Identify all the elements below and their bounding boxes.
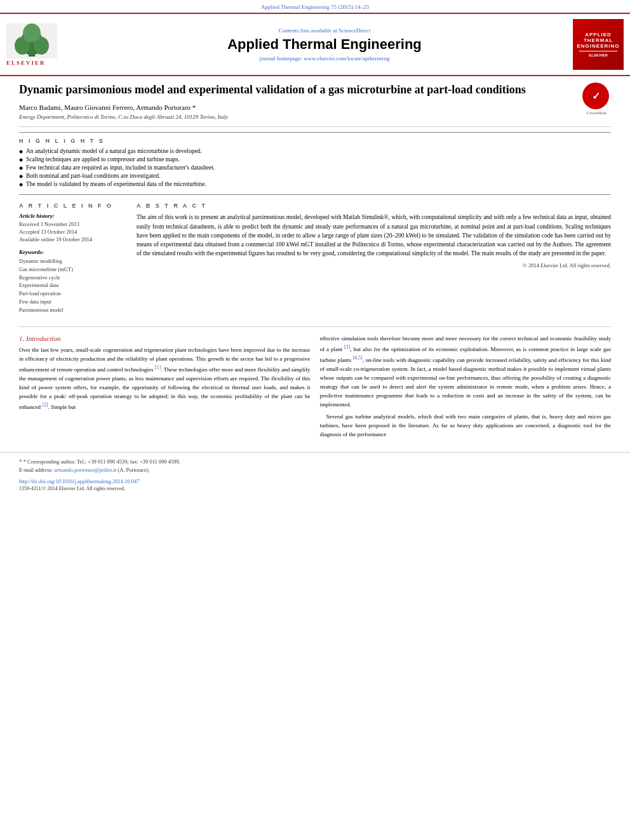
sciencedirect-link[interactable]: Contents lists available at ScienceDirec… (83, 27, 566, 34)
footer-tel-text: * Corresponding author. Tel.: +39 011 09… (23, 458, 180, 465)
article-info-col: A R T I C L E I N F O Article history: R… (19, 203, 127, 319)
body-two-col: 1. Introduction Over the last few years,… (19, 335, 611, 442)
svg-text:✓: ✓ (592, 91, 600, 102)
history-online: Available online 19 October 2014 (19, 236, 127, 244)
keyword-7: Parsimonious model (19, 306, 127, 314)
highlights-section: H I G H L I G H T S ◆ An analytical dyna… (19, 132, 611, 195)
copyright-line: © 2014 Elsevier Ltd. All rights reserved… (137, 262, 611, 269)
section1-para2: effective simulation tools therefore bec… (320, 335, 612, 410)
ref-45: [4,5] (352, 355, 362, 361)
elsevier-logo-area: ELSEVIER (6, 23, 83, 66)
article-info-heading: A R T I C L E I N F O (19, 203, 127, 209)
highlight-item-2: ◆ Scaling techniques are applied to comp… (19, 156, 611, 163)
star-symbol: * (19, 458, 22, 465)
highlight-item-1: ◆ An analytical dynamic model of a natur… (19, 148, 611, 154)
highlight-item-4: ◆ Both nominal and part-load conditions … (19, 173, 611, 179)
homepage-label: journal homepage: (260, 55, 302, 62)
section1-para3: Several gas turbine analytical models, w… (320, 413, 612, 439)
history-label: Article history: (19, 213, 127, 219)
abstract-heading: A B S T R A C T (137, 203, 611, 209)
elsevier-text: ELSEVIER (6, 60, 46, 66)
footer-email: E-mail address: armando.portoraro@polito… (19, 466, 611, 474)
journal-logo-area: APPLIED THERMAL ENGINEERING ELSEVIER (566, 19, 624, 70)
highlights-list: ◆ An analytical dynamic model of a natur… (19, 148, 611, 187)
homepage-url[interactable]: www.elsevier.com/locate/apthermeng (304, 55, 389, 62)
section1-para1: Over the last few years, small-scale cog… (19, 346, 311, 412)
elsevier-logo: ELSEVIER (6, 23, 83, 66)
keyword-6: Few data input (19, 298, 127, 306)
journal-header: ELSEVIER Contents lists available at Sci… (0, 13, 630, 76)
bullet-2: ◆ (19, 157, 23, 163)
keyword-5: Part-load operation (19, 290, 127, 298)
section1-body-left: Over the last few years, small-scale cog… (19, 346, 311, 412)
keyword-1: Dynamic modelling (19, 257, 127, 265)
top-reference-bar: Applied Thermal Engineering 75 (2015) 14… (0, 0, 630, 13)
body-left-col: 1. Introduction Over the last few years,… (19, 335, 311, 442)
bullet-1: ◆ (19, 149, 23, 154)
history-received: Received 1 November 2013 (19, 221, 127, 229)
logo-line-1: APPLIED (585, 32, 612, 37)
email-label: E-mail address: (19, 467, 53, 473)
article-history: Article history: Received 1 November 201… (19, 213, 127, 244)
keyword-4: Experimental data (19, 281, 127, 290)
abstract-text: The aim of this work is to present an an… (137, 213, 611, 258)
abstract-paragraph: The aim of this work is to present an an… (137, 213, 611, 258)
highlight-item-3: ◆ Few technical data are required as inp… (19, 164, 611, 171)
section1-body-right: effective simulation tools therefore bec… (320, 335, 612, 439)
bullet-4: ◆ (19, 173, 23, 179)
main-content: Dynamic parsimonious model and experimen… (0, 76, 630, 449)
journal-title: Applied Thermal Engineering (83, 36, 566, 53)
page: Applied Thermal Engineering 75 (2015) 14… (0, 0, 630, 840)
highlight-text-3: Few technical data are required as input… (26, 164, 215, 171)
keyword-2: Gas microturbine (mGT) (19, 265, 127, 274)
crossmark-logo: ✓ CrossMark (582, 83, 611, 116)
highlight-text-1: An analytical dynamic model of a natural… (26, 148, 202, 154)
doi-link[interactable]: http://dx.doi.org/10.1016/j.applthermale… (19, 478, 139, 484)
logo-line-3: ENGINEERING (577, 43, 619, 49)
article-title-text: Dynamic parsimonious model and experimen… (19, 83, 573, 120)
journal-header-center: Contents lists available at ScienceDirec… (83, 27, 566, 62)
history-accepted: Accepted 13 October 2014 (19, 229, 127, 236)
email-link[interactable]: armando.portoraro@polito.it (54, 467, 116, 473)
footer-issn: 1359-4311/© 2014 Elsevier Ltd. All right… (19, 486, 611, 491)
elsevier-tree-icon (6, 23, 57, 58)
journal-logo-box: APPLIED THERMAL ENGINEERING ELSEVIER (573, 19, 624, 70)
section1-title: 1. Introduction (19, 335, 311, 342)
footer-corresponding-author: * * Corresponding author. Tel.: +39 011 … (19, 458, 611, 467)
info-abstract-section: A R T I C L E I N F O Article history: R… (19, 203, 611, 327)
article-title-section: Dynamic parsimonious model and experimen… (19, 83, 611, 127)
article-title: Dynamic parsimonious model and experimen… (19, 83, 573, 97)
journal-reference: Applied Thermal Engineering 75 (2015) 14… (261, 4, 369, 10)
logo-line-2: THERMAL (584, 37, 613, 43)
logo-subtitle: ELSEVIER (589, 53, 608, 57)
journal-homepage: journal homepage: www.elsevier.com/locat… (83, 55, 566, 62)
highlight-text-4: Both nominal and part-load conditions ar… (26, 173, 160, 179)
bullet-3: ◆ (19, 165, 23, 171)
footer-links: http://dx.doi.org/10.1016/j.applthermale… (19, 477, 611, 484)
abstract-col: A B S T R A C T The aim of this work is … (137, 203, 611, 319)
ref-1: [1] (155, 364, 161, 370)
sciencedirect-text: Contents lists available at ScienceDirec… (279, 27, 371, 34)
email-note: (A. Portoraro). (117, 467, 149, 473)
article-affiliation: Energy Department, Politecnico di Torino… (19, 114, 573, 120)
crossmark-icon: ✓ (582, 83, 609, 109)
ref-3: [3] (344, 344, 350, 350)
keywords-label: Keywords: (19, 249, 127, 255)
keyword-3: Regenerative cycle (19, 274, 127, 282)
highlights-heading: H I G H L I G H T S (19, 138, 611, 144)
svg-point-5 (23, 23, 41, 43)
ref-2: [2] (42, 402, 48, 408)
bullet-5: ◆ (19, 182, 23, 187)
body-right-col: effective simulation tools therefore bec… (320, 335, 612, 442)
article-authors: Marco Badami, Mauro Giovanni Ferrero, Ar… (19, 103, 573, 111)
highlight-text-5: The model is validated by means of exper… (26, 181, 206, 187)
highlight-text-2: Scaling techniques are applied to compre… (26, 156, 180, 163)
keywords-section: Keywords: Dynamic modelling Gas microtur… (19, 249, 127, 314)
page-footer: * * Corresponding author. Tel.: +39 011 … (0, 452, 630, 495)
highlight-item-5: ◆ The model is validated by means of exp… (19, 181, 611, 187)
